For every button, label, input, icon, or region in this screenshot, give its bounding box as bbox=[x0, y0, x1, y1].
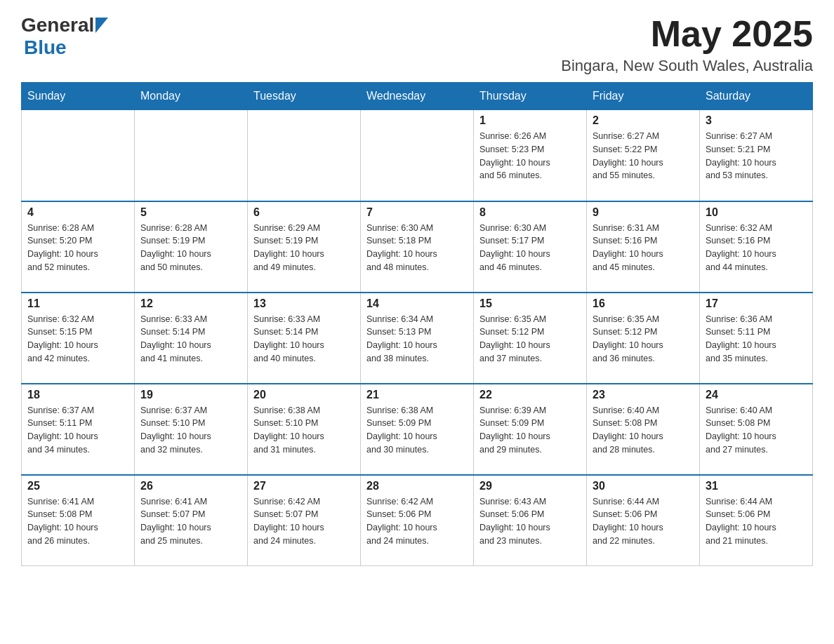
day-info: Sunrise: 6:32 AMSunset: 5:15 PMDaylight:… bbox=[27, 313, 128, 365]
calendar-day-header: Tuesday bbox=[248, 83, 361, 110]
day-number: 6 bbox=[253, 206, 355, 219]
day-info: Sunrise: 6:40 AMSunset: 5:08 PMDaylight:… bbox=[593, 404, 694, 457]
day-number: 30 bbox=[593, 480, 694, 492]
day-info: Sunrise: 6:33 AMSunset: 5:14 PMDaylight:… bbox=[253, 313, 355, 365]
calendar-day-cell bbox=[22, 110, 135, 201]
logo: General Blue bbox=[21, 14, 108, 59]
calendar-day-cell: 19Sunrise: 6:37 AMSunset: 5:10 PMDayligh… bbox=[135, 384, 248, 475]
day-info: Sunrise: 6:27 AMSunset: 5:21 PMDaylight:… bbox=[706, 130, 807, 182]
day-info: Sunrise: 6:28 AMSunset: 5:20 PMDaylight:… bbox=[27, 222, 128, 274]
calendar-day-cell: 27Sunrise: 6:42 AMSunset: 5:07 PMDayligh… bbox=[248, 475, 361, 566]
calendar-week-row: 11Sunrise: 6:32 AMSunset: 5:15 PMDayligh… bbox=[22, 293, 813, 384]
day-number: 12 bbox=[140, 297, 241, 310]
day-info: Sunrise: 6:42 AMSunset: 5:07 PMDaylight:… bbox=[253, 495, 355, 548]
day-info: Sunrise: 6:35 AMSunset: 5:12 PMDaylight:… bbox=[479, 313, 581, 365]
calendar-week-row: 4Sunrise: 6:28 AMSunset: 5:20 PMDaylight… bbox=[22, 201, 813, 293]
day-number: 7 bbox=[366, 206, 468, 219]
location-subtitle: Bingara, New South Wales, Australia bbox=[561, 57, 813, 75]
calendar-day-cell: 14Sunrise: 6:34 AMSunset: 5:13 PMDayligh… bbox=[361, 293, 474, 384]
calendar-day-cell: 22Sunrise: 6:39 AMSunset: 5:09 PMDayligh… bbox=[474, 384, 587, 475]
calendar-day-cell: 1Sunrise: 6:26 AMSunset: 5:23 PMDaylight… bbox=[474, 110, 587, 201]
logo-general-text: General bbox=[21, 14, 94, 36]
calendar-day-cell: 21Sunrise: 6:38 AMSunset: 5:09 PMDayligh… bbox=[361, 384, 474, 475]
day-info: Sunrise: 6:42 AMSunset: 5:06 PMDaylight:… bbox=[366, 495, 468, 548]
calendar-day-cell bbox=[361, 110, 474, 201]
day-info: Sunrise: 6:32 AMSunset: 5:16 PMDaylight:… bbox=[706, 222, 807, 274]
calendar-day-header: Saturday bbox=[700, 83, 813, 110]
calendar-day-cell: 12Sunrise: 6:33 AMSunset: 5:14 PMDayligh… bbox=[135, 293, 248, 384]
calendar-day-cell: 24Sunrise: 6:40 AMSunset: 5:08 PMDayligh… bbox=[700, 384, 813, 475]
day-number: 27 bbox=[253, 480, 355, 492]
day-number: 11 bbox=[27, 297, 128, 310]
calendar-day-cell: 31Sunrise: 6:44 AMSunset: 5:06 PMDayligh… bbox=[700, 475, 813, 566]
day-number: 31 bbox=[706, 480, 807, 492]
calendar-day-cell: 11Sunrise: 6:32 AMSunset: 5:15 PMDayligh… bbox=[22, 293, 135, 384]
day-info: Sunrise: 6:33 AMSunset: 5:14 PMDaylight:… bbox=[140, 313, 241, 365]
calendar-day-cell: 15Sunrise: 6:35 AMSunset: 5:12 PMDayligh… bbox=[474, 293, 587, 384]
day-number: 17 bbox=[706, 297, 807, 310]
day-number: 14 bbox=[366, 297, 468, 310]
day-info: Sunrise: 6:39 AMSunset: 5:09 PMDaylight:… bbox=[479, 404, 581, 457]
day-info: Sunrise: 6:26 AMSunset: 5:23 PMDaylight:… bbox=[479, 130, 581, 182]
calendar-day-cell: 4Sunrise: 6:28 AMSunset: 5:20 PMDaylight… bbox=[22, 201, 135, 293]
calendar-day-cell: 16Sunrise: 6:35 AMSunset: 5:12 PMDayligh… bbox=[587, 293, 700, 384]
calendar-day-cell: 23Sunrise: 6:40 AMSunset: 5:08 PMDayligh… bbox=[587, 384, 700, 475]
calendar-day-cell bbox=[248, 110, 361, 201]
day-info: Sunrise: 6:38 AMSunset: 5:09 PMDaylight:… bbox=[366, 404, 468, 457]
day-number: 3 bbox=[706, 114, 807, 127]
day-info: Sunrise: 6:38 AMSunset: 5:10 PMDaylight:… bbox=[253, 404, 355, 457]
calendar-day-cell: 25Sunrise: 6:41 AMSunset: 5:08 PMDayligh… bbox=[22, 475, 135, 566]
day-number: 8 bbox=[479, 206, 581, 219]
day-number: 16 bbox=[593, 297, 694, 310]
day-info: Sunrise: 6:41 AMSunset: 5:07 PMDaylight:… bbox=[140, 495, 241, 548]
calendar-table: SundayMondayTuesdayWednesdayThursdayFrid… bbox=[21, 82, 813, 566]
calendar-day-cell: 8Sunrise: 6:30 AMSunset: 5:17 PMDaylight… bbox=[474, 201, 587, 293]
calendar-day-cell: 2Sunrise: 6:27 AMSunset: 5:22 PMDaylight… bbox=[587, 110, 700, 201]
calendar-day-cell: 18Sunrise: 6:37 AMSunset: 5:11 PMDayligh… bbox=[22, 384, 135, 475]
day-number: 21 bbox=[366, 389, 468, 401]
day-number: 29 bbox=[479, 480, 581, 492]
page-header: General Blue May 2025 Bingara, New South… bbox=[21, 14, 813, 75]
calendar-day-cell: 17Sunrise: 6:36 AMSunset: 5:11 PMDayligh… bbox=[700, 293, 813, 384]
day-number: 23 bbox=[593, 389, 694, 401]
day-info: Sunrise: 6:27 AMSunset: 5:22 PMDaylight:… bbox=[593, 130, 694, 182]
day-info: Sunrise: 6:44 AMSunset: 5:06 PMDaylight:… bbox=[706, 495, 807, 548]
day-number: 1 bbox=[479, 114, 581, 127]
day-info: Sunrise: 6:31 AMSunset: 5:16 PMDaylight:… bbox=[593, 222, 694, 274]
calendar-day-header: Thursday bbox=[474, 83, 587, 110]
day-info: Sunrise: 6:35 AMSunset: 5:12 PMDaylight:… bbox=[593, 313, 694, 365]
logo-blue-text: Blue bbox=[24, 36, 67, 58]
month-year-title: May 2025 bbox=[561, 14, 813, 54]
day-number: 15 bbox=[479, 297, 581, 310]
day-number: 26 bbox=[140, 480, 241, 492]
day-info: Sunrise: 6:43 AMSunset: 5:06 PMDaylight:… bbox=[479, 495, 581, 548]
day-info: Sunrise: 6:37 AMSunset: 5:11 PMDaylight:… bbox=[27, 404, 128, 457]
calendar-week-row: 25Sunrise: 6:41 AMSunset: 5:08 PMDayligh… bbox=[22, 475, 813, 566]
logo-triangle-icon bbox=[95, 18, 108, 33]
day-number: 9 bbox=[593, 206, 694, 219]
day-info: Sunrise: 6:34 AMSunset: 5:13 PMDaylight:… bbox=[366, 313, 468, 365]
day-info: Sunrise: 6:41 AMSunset: 5:08 PMDaylight:… bbox=[27, 495, 128, 548]
calendar-day-cell: 28Sunrise: 6:42 AMSunset: 5:06 PMDayligh… bbox=[361, 475, 474, 566]
calendar-header-row: SundayMondayTuesdayWednesdayThursdayFrid… bbox=[22, 83, 813, 110]
calendar-day-cell: 7Sunrise: 6:30 AMSunset: 5:18 PMDaylight… bbox=[361, 201, 474, 293]
day-number: 24 bbox=[706, 389, 807, 401]
day-number: 2 bbox=[593, 114, 694, 127]
calendar-day-header: Sunday bbox=[22, 83, 135, 110]
day-number: 5 bbox=[140, 206, 241, 219]
calendar-day-cell: 30Sunrise: 6:44 AMSunset: 5:06 PMDayligh… bbox=[587, 475, 700, 566]
day-number: 18 bbox=[27, 389, 128, 401]
calendar-day-cell: 10Sunrise: 6:32 AMSunset: 5:16 PMDayligh… bbox=[700, 201, 813, 293]
day-info: Sunrise: 6:36 AMSunset: 5:11 PMDaylight:… bbox=[706, 313, 807, 365]
calendar-week-row: 18Sunrise: 6:37 AMSunset: 5:11 PMDayligh… bbox=[22, 384, 813, 475]
calendar-day-cell: 26Sunrise: 6:41 AMSunset: 5:07 PMDayligh… bbox=[135, 475, 248, 566]
day-info: Sunrise: 6:37 AMSunset: 5:10 PMDaylight:… bbox=[140, 404, 241, 457]
day-number: 13 bbox=[253, 297, 355, 310]
day-number: 10 bbox=[706, 206, 807, 219]
day-number: 19 bbox=[140, 389, 241, 401]
calendar-day-header: Monday bbox=[135, 83, 248, 110]
title-area: May 2025 Bingara, New South Wales, Austr… bbox=[561, 14, 813, 75]
day-info: Sunrise: 6:30 AMSunset: 5:17 PMDaylight:… bbox=[479, 222, 581, 274]
day-number: 28 bbox=[366, 480, 468, 492]
day-info: Sunrise: 6:40 AMSunset: 5:08 PMDaylight:… bbox=[706, 404, 807, 457]
